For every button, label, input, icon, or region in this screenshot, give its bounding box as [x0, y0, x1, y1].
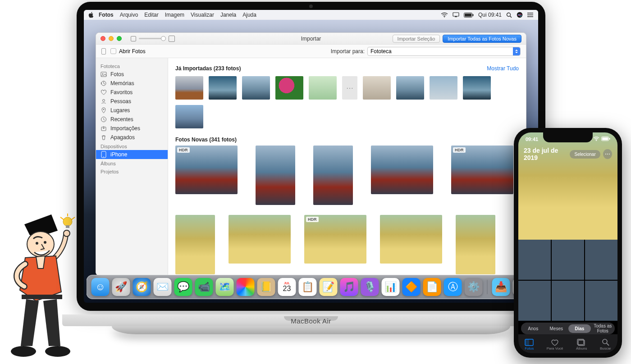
tab-foryou[interactable]: Para Você	[547, 339, 563, 350]
ios-thumb[interactable]	[518, 281, 551, 321]
dock-calendar[interactable]: JUL23	[278, 278, 296, 296]
thumb[interactable]	[430, 76, 457, 100]
ios-view-segment[interactable]: Anos Meses Dias Todas as Fotos	[521, 323, 615, 334]
dock-numbers[interactable]: 📊	[382, 278, 400, 296]
dock-safari[interactable]: 🧭	[133, 278, 151, 296]
close-button[interactable]	[101, 36, 105, 41]
battery-icon[interactable]	[464, 13, 474, 18]
dock-music[interactable]: 🎵	[340, 278, 358, 296]
import-target-dropdown[interactable]: Fototeca	[367, 47, 521, 56]
thumb[interactable]	[396, 76, 424, 100]
dock-contacts[interactable]: 📒	[257, 278, 275, 296]
sidebar-item-recents[interactable]: Recentes	[96, 115, 168, 124]
photo[interactable]: HDR	[304, 215, 366, 264]
dock-podcasts[interactable]: 🎙️	[361, 278, 379, 296]
dock-launchpad[interactable]: 🚀	[112, 278, 130, 296]
thumb[interactable]	[363, 76, 391, 100]
thumb[interactable]	[463, 76, 491, 100]
segment-months[interactable]: Meses	[545, 324, 568, 333]
photo[interactable]	[175, 215, 215, 274]
dock-keynote[interactable]: 🔶	[402, 278, 421, 296]
sidebar-item-memories[interactable]: Memórias	[96, 79, 168, 88]
thumb[interactable]	[275, 76, 303, 100]
ios-select-button[interactable]: Selecionar	[570, 150, 600, 159]
apple-menu-icon[interactable]	[88, 12, 94, 18]
thumb[interactable]	[175, 105, 203, 128]
dock-messages[interactable]: 💬	[174, 278, 192, 296]
segment-all[interactable]: Todas as Fotos	[592, 322, 614, 335]
segment-days[interactable]: Dias	[568, 324, 591, 333]
import-all-button[interactable]: Importar Todas as Fotos Novas	[443, 35, 521, 43]
menu-image[interactable]: Imagem	[165, 12, 184, 18]
already-imported-heading: Já Importadas (233 fotos)	[175, 65, 241, 72]
siri-icon[interactable]	[517, 12, 523, 18]
segment-years[interactable]: Anos	[522, 324, 544, 333]
sidebar-item-deleted[interactable]: Apagados	[96, 133, 168, 142]
open-photos-checkbox[interactable]	[110, 48, 116, 54]
tab-albums[interactable]: Álbuns	[576, 339, 587, 350]
photo[interactable]	[456, 215, 495, 274]
sidebar-item-iphone[interactable]: iPhone	[96, 150, 168, 159]
dock-appstore[interactable]: Ⓐ	[444, 278, 462, 296]
menu-window[interactable]: Janela	[220, 12, 236, 18]
tab-photos[interactable]: Fotos	[525, 339, 534, 350]
ios-thumb[interactable]	[518, 240, 551, 280]
dock-finder[interactable]: ☺	[91, 278, 110, 296]
sidebar-item-imports[interactable]: Importações	[96, 124, 168, 133]
sidebar-item-photos[interactable]: Fotos	[96, 70, 168, 79]
svg-point-34	[103, 156, 104, 157]
photo[interactable]: HDR	[451, 146, 513, 194]
thumbnail-zoom-slider[interactable]	[131, 36, 175, 42]
photo[interactable]	[256, 146, 295, 205]
menu-view[interactable]: Visualizar	[191, 12, 214, 18]
dock-photos[interactable]	[237, 278, 255, 296]
import-selection-button[interactable]: Importar Seleção	[393, 35, 440, 43]
tab-search[interactable]: Buscar	[600, 338, 611, 350]
window-titlebar[interactable]: Importar Importar Seleção Importar Todas…	[96, 33, 526, 45]
traffic-lights[interactable]	[101, 36, 122, 41]
dock-pages[interactable]: 📄	[423, 278, 441, 296]
wifi-icon[interactable]	[441, 12, 448, 18]
dock-settings[interactable]: ⚙️	[465, 278, 483, 296]
minimize-button[interactable]	[109, 36, 114, 41]
thumb[interactable]	[209, 76, 237, 100]
svg-rect-15	[465, 14, 471, 17]
photo[interactable]	[371, 146, 433, 194]
dock-facetime[interactable]: 📹	[195, 278, 213, 296]
menu-app[interactable]: Fotos	[99, 12, 114, 18]
photo[interactable]	[380, 215, 442, 264]
photo[interactable]: HDR	[175, 146, 238, 194]
thumb-overflow[interactable]	[342, 76, 357, 100]
thumb[interactable]	[242, 76, 270, 100]
spotlight-icon[interactable]	[506, 12, 512, 18]
thumb[interactable]	[309, 76, 337, 100]
dock-reminders[interactable]: 📋	[299, 278, 317, 296]
dock-downloads[interactable]: 📥	[492, 278, 510, 296]
ios-thumb[interactable]	[585, 281, 617, 321]
ios-thumb[interactable]	[552, 281, 584, 321]
menu-help[interactable]: Ajuda	[242, 12, 256, 18]
dock-notes[interactable]: 📝	[320, 278, 338, 296]
ios-thumb[interactable]	[585, 240, 617, 280]
zoom-button[interactable]	[117, 36, 122, 41]
menu-file[interactable]: Arquivo	[120, 12, 138, 18]
notifications-icon[interactable]	[527, 12, 534, 18]
sidebar-label: Fotos	[110, 71, 124, 77]
ios-tabbar: Fotos Para Você Álbuns Buscar	[518, 334, 617, 353]
camera-dot	[309, 5, 313, 8]
menubar-clock[interactable]: Qui 09:41	[478, 12, 502, 18]
photo[interactable]	[229, 215, 291, 264]
photo[interactable]	[313, 146, 353, 205]
dock-mail[interactable]: ✉️	[154, 278, 172, 296]
sidebar-item-people[interactable]: Pessoas	[96, 97, 168, 106]
sidebar-item-places[interactable]: Lugares	[96, 106, 168, 115]
dock-maps[interactable]: 🗺️	[216, 278, 234, 296]
sidebar-item-favorites[interactable]: Favoritos	[96, 88, 168, 97]
ios-thumb[interactable]	[552, 240, 584, 280]
menu-edit[interactable]: Editar	[144, 12, 158, 18]
airplay-icon[interactable]	[453, 12, 459, 18]
ios-more-button[interactable]: ⋯	[603, 149, 612, 159]
thumb[interactable]	[175, 76, 203, 100]
hdr-badge: HDR	[453, 147, 466, 153]
show-all-link[interactable]: Mostrar Tudo	[487, 65, 519, 72]
